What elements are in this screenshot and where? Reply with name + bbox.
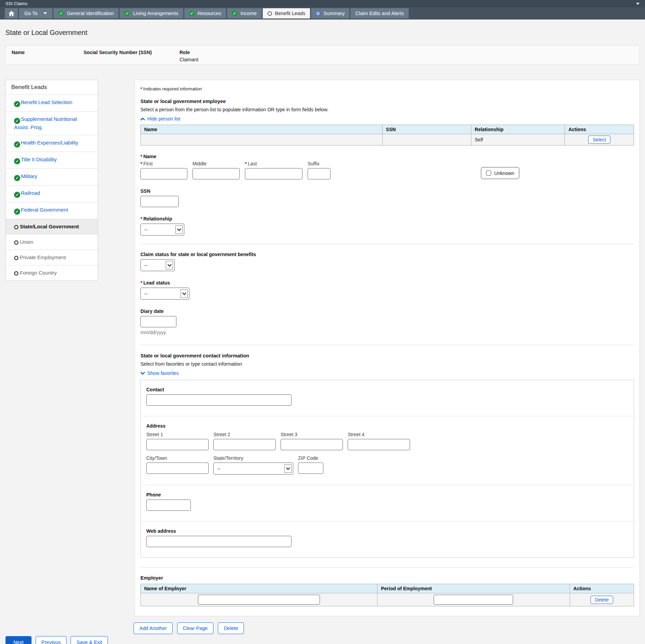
next-button[interactable]: Next (5, 636, 32, 644)
person-name-label: Name (12, 50, 25, 55)
sidebar-item-state-local-government[interactable]: State/Local Government (6, 219, 98, 235)
person-ssn-label: Social Security Number (SSN) (84, 50, 152, 55)
employment-period-input[interactable] (434, 595, 513, 605)
claim-status-select[interactable]: -- (140, 259, 175, 271)
city-input[interactable] (146, 463, 209, 474)
contact-input[interactable] (146, 394, 292, 406)
empty-circle-icon (14, 240, 18, 245)
sidebar-item-federal-government[interactable]: ✓Federal Government (6, 202, 98, 219)
tab-income[interactable]: ✓ Income (227, 8, 262, 18)
sidebar-item-railroad[interactable]: ✓Railroad (6, 186, 98, 202)
middle-name-label: Middle (193, 161, 240, 166)
tab-benefit-leads[interactable]: Benefit Leads (263, 8, 310, 18)
person-ssn-cell (382, 134, 471, 146)
web-address-input[interactable] (146, 536, 292, 547)
name-section-label: Name (143, 154, 156, 159)
check-circle-icon: ✓ (14, 158, 20, 164)
check-circle-icon: ✓ (14, 118, 20, 124)
contact-section-title: State or local government contact inform… (140, 353, 634, 358)
home-button[interactable] (5, 8, 18, 18)
titlebar-chevron-down-icon[interactable] (636, 3, 640, 5)
street2-input[interactable] (213, 439, 276, 450)
tab-resources[interactable]: ✓ Resources (184, 8, 226, 18)
suffix-label: Suffix (308, 161, 331, 166)
suffix-input[interactable] (308, 168, 331, 179)
relationship-label: Relationship (143, 216, 172, 222)
first-name-input[interactable] (140, 168, 187, 179)
state-label: State/Territory (213, 455, 293, 461)
tab-summary[interactable]: Summary (311, 8, 349, 18)
employer-header-row: Name of Employer Period of Employment Ac… (141, 584, 634, 593)
required-note: *Indicates required information (140, 86, 634, 91)
diary-date-format-hint: mm/dd/yyyy (140, 330, 634, 335)
add-another-button[interactable]: Add Another (134, 622, 173, 634)
check-circle-icon: ✓ (232, 11, 237, 16)
first-name-label: First (143, 161, 152, 166)
zip-input[interactable] (298, 463, 323, 474)
delete-employer-button[interactable]: Delete (591, 596, 613, 604)
diary-date-input[interactable] (140, 316, 176, 327)
contact-info-box: Contact Address Street 1 Street 2 Street… (140, 380, 634, 558)
sidebar-item-benefit-lead-selection[interactable]: ✓Benefit Lead Selection (6, 95, 98, 112)
col-relationship: Relationship (471, 125, 565, 134)
empty-circle-icon (268, 11, 272, 16)
person-list-table: Name SSN Relationship Actions Self Selec… (140, 125, 634, 146)
select-person-button[interactable]: Select (588, 136, 610, 144)
sidebar-item-union[interactable]: Union (6, 235, 98, 250)
page-title: State or Local Government (5, 29, 87, 37)
ssn-input[interactable] (140, 196, 179, 207)
chevron-down-icon (140, 372, 145, 375)
employer-row: Delete (141, 593, 634, 606)
previous-button[interactable]: Previous (36, 636, 66, 644)
sidebar-item-private-employment[interactable]: Private Employment (6, 250, 98, 265)
sidebar-item-snap[interactable]: ✓Supplemental Nutritional Assist. Prog. (6, 112, 98, 135)
street3-input[interactable] (281, 439, 343, 450)
page-actions: Add Another Clear Page Delete (134, 622, 244, 634)
state-select[interactable]: -- (213, 463, 293, 475)
phone-input[interactable] (146, 500, 191, 511)
middle-name-input[interactable] (193, 168, 240, 179)
hide-person-list-link[interactable]: Hide person list (140, 116, 181, 122)
employer-table: Name of Employer Period of Employment Ac… (140, 584, 634, 606)
employee-section-title: State or local government employee (140, 99, 634, 104)
sidebar-item-foreign-country[interactable]: Foreign Country (6, 265, 98, 280)
relationship-select[interactable]: -- (140, 224, 184, 236)
wizard-actions: Next Previous Save & Exit (5, 636, 108, 644)
required-asterisk: * (140, 86, 142, 91)
check-circle-icon: ✓ (58, 11, 64, 16)
address-label: Address (146, 423, 628, 429)
empty-circle-icon (14, 271, 18, 276)
street3-label: Street 3 (281, 432, 343, 437)
name-unknown-checkbox[interactable]: Unknown (481, 167, 519, 179)
employer-name-input[interactable] (198, 595, 320, 605)
benefit-leads-sidebar: Benefit Leads ✓Benefit Lead Selection ✓S… (5, 80, 98, 281)
tab-claim-edits-and-alerts[interactable]: Claim Edits and Alerts (350, 8, 409, 18)
lead-status-label: Lead status (143, 280, 170, 286)
street4-input[interactable] (348, 439, 410, 450)
last-name-input[interactable] (245, 168, 302, 179)
select-arrow-icon (284, 464, 292, 473)
street1-input[interactable] (146, 439, 209, 450)
person-list-header-row: Name SSN Relationship Actions (141, 125, 634, 134)
show-favorites-link[interactable]: Show favorites (140, 370, 179, 376)
sidebar-item-title-ii-disability[interactable]: ✓Title II Disability (6, 152, 98, 169)
claim-status-label: Claim status for state or local governme… (140, 252, 634, 257)
sidebar-item-military[interactable]: ✓Military (6, 169, 98, 186)
street2-label: Street 2 (213, 432, 276, 437)
tab-living-arrangements[interactable]: ✓ Living Arrangements (120, 8, 183, 18)
street4-label: Street 4 (348, 432, 410, 437)
check-circle-icon: ✓ (189, 11, 195, 16)
save-and-exit-button[interactable]: Save & Exit (71, 636, 108, 644)
col-employer-name: Name of Employer (141, 584, 377, 593)
goto-menu-button[interactable]: Go To (19, 8, 52, 18)
sidebar-item-health-expenses[interactable]: ✓Health Expenses/Liability (6, 135, 98, 152)
person-role-label: Role (179, 50, 198, 55)
check-circle-icon: ✓ (14, 141, 20, 148)
clear-page-button[interactable]: Clear Page (177, 622, 214, 634)
tab-general-identification[interactable]: ✓ General Identification (53, 8, 119, 18)
goto-label: Go To (24, 11, 37, 16)
lead-status-select[interactable]: -- (140, 288, 189, 300)
web-address-label: Web address (146, 528, 628, 534)
sidebar-title: Benefit Leads (6, 80, 98, 95)
delete-button[interactable]: Delete (218, 622, 244, 634)
